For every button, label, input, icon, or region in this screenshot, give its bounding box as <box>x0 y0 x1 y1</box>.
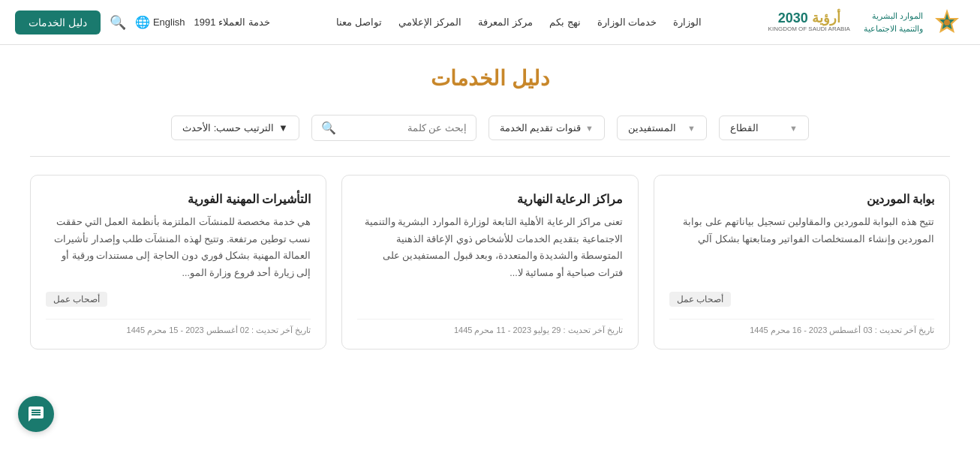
card-day-care: مراكز الرعاية النهارية تعنى مراكز الرعاي… <box>341 175 638 350</box>
customer-service-label: خدمة العملاء 1991 <box>194 16 270 28</box>
search-icon: 🔍 <box>321 121 336 135</box>
header-left: خدمة العملاء 1991 English 🌐 🔍 دليل الخدم… <box>15 10 270 34</box>
sector-filter[interactable]: ▼ القطاع <box>719 116 809 140</box>
page-title-section: دليل الخدمات <box>0 45 980 106</box>
card-date: تاريخ آخر تحديث : 03 أغسطس 2023 - 16 محر… <box>669 319 934 335</box>
language-button[interactable]: English 🌐 <box>135 15 185 29</box>
card-instant-visas: التأشيرات المهنية الفورية هي خدمة مخصصة … <box>30 175 326 350</box>
page-title: دليل الخدمات <box>15 66 965 91</box>
card-date: تاريخ آخر تحديث : 02 أغسطس 2023 - 15 محر… <box>46 319 311 335</box>
channels-filter[interactable]: ▼ قنوات تقديم الخدمة <box>488 116 605 140</box>
card-date: تاريخ آخر تحديث : 29 يوليو 2023 - 11 محر… <box>357 319 622 335</box>
card-title: مراكز الرعاية النهارية <box>357 192 622 206</box>
search-icon[interactable]: 🔍 <box>110 14 126 31</box>
beneficiaries-filter[interactable]: ▼ المستفيدين <box>617 116 707 140</box>
nav-contact[interactable]: تواصل معنا <box>336 16 382 28</box>
card-body: هي خدمة مخصصة للمنشآت الملتزمة بأنظمة ال… <box>46 214 311 281</box>
sort-filter[interactable]: ▼ الترتيب حسب: الأحدث <box>171 116 299 140</box>
search-input[interactable] <box>341 122 467 134</box>
card-body: تتيح هذه البوابة للموردين والمقاولين تسج… <box>669 214 934 281</box>
nav-approach[interactable]: نهج بكم <box>549 16 581 28</box>
divider <box>30 156 950 157</box>
header: الموارد البشرية والتنمية الاجتماعية أرؤي… <box>0 0 980 45</box>
ministry-text: الموارد البشرية والتنمية الاجتماعية <box>864 10 923 34</box>
nav-ministry[interactable]: الوزارة <box>673 16 702 28</box>
card-suppliers-portal: بوابة الموردين تتيح هذه البوابة للموردين… <box>654 175 950 350</box>
card-title: التأشيرات المهنية الفورية <box>46 192 311 206</box>
nav-media[interactable]: المركز الإعلامي <box>398 16 462 28</box>
card-body: تعنى مراكز الرعاية الأهلية التابعة لوزار… <box>357 214 622 307</box>
ministry-logo: الموارد البشرية والتنمية الاجتماعية <box>864 4 965 40</box>
filters-section: ▼ القطاع ▼ المستفيدين ▼ قنوات تقديم الخد… <box>0 106 980 156</box>
chevron-down-icon: ▼ <box>687 124 696 133</box>
card-title: بوابة الموردين <box>669 192 934 206</box>
guide-button[interactable]: دليل الخدمات <box>15 10 101 34</box>
nav-knowledge[interactable]: مركز المعرفة <box>478 16 533 28</box>
globe-icon: 🌐 <box>135 15 150 29</box>
header-right: الموارد البشرية والتنمية الاجتماعية أرؤي… <box>768 4 965 40</box>
ministry-star-icon <box>929 4 965 40</box>
chevron-down-icon: ▼ <box>278 122 288 134</box>
vision-logo: أرؤية 2030 KINGDOM OF SAUDI ARABIA <box>768 11 850 33</box>
nav-services[interactable]: خدمات الوزارة <box>597 16 657 28</box>
chevron-down-icon: ▼ <box>789 124 798 133</box>
search-filter: 🔍 <box>311 115 476 141</box>
header-nav: الوزارة خدمات الوزارة نهج بكم مركز المعر… <box>336 16 702 28</box>
chevron-down-icon: ▼ <box>585 124 594 133</box>
card-tag[interactable]: أصحاب عمل <box>46 292 107 307</box>
card-tag[interactable]: أصحاب عمل <box>669 292 731 307</box>
svg-point-2 <box>944 20 950 26</box>
cards-section: بوابة الموردين تتيح هذه البوابة للموردين… <box>0 175 980 380</box>
